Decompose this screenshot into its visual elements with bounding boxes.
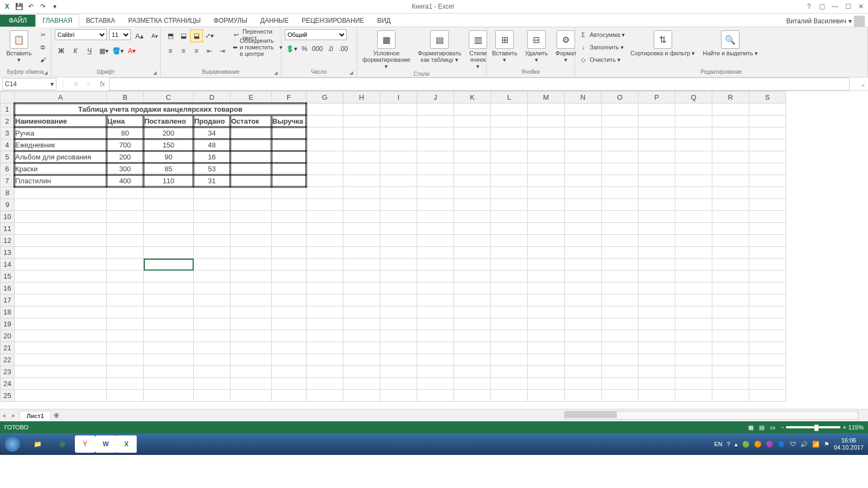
cell-F5[interactable] — [272, 151, 307, 163]
cell-D23[interactable] — [194, 366, 231, 378]
cell-J4[interactable] — [417, 139, 454, 151]
cell-F15[interactable] — [272, 271, 307, 282]
cell-A9[interactable] — [15, 199, 107, 211]
cell-C2[interactable]: Поставлено — [144, 115, 194, 127]
cell-K21[interactable] — [454, 342, 491, 354]
cell-A17[interactable] — [15, 294, 107, 306]
cell-P24[interactable] — [639, 378, 675, 390]
cell-P21[interactable] — [639, 342, 675, 354]
cell-S11[interactable] — [749, 223, 786, 235]
cell-C19[interactable] — [144, 318, 194, 330]
cell-S17[interactable] — [749, 294, 786, 306]
tray-icon[interactable]: 🟢 — [742, 441, 750, 448]
cell-B4[interactable]: 700 — [107, 139, 144, 151]
cell-O20[interactable] — [602, 330, 639, 342]
cell-I5[interactable] — [380, 151, 417, 163]
cell-N18[interactable] — [565, 306, 602, 318]
merge-center-button[interactable]: ⬌Объединить и поместить в центре ▾ — [232, 42, 283, 53]
cell-E6[interactable] — [231, 163, 272, 175]
align-left-button[interactable]: ≡ — [164, 44, 177, 57]
cell-G5[interactable] — [307, 151, 343, 163]
cell-M23[interactable] — [528, 366, 565, 378]
col-header-K[interactable]: K — [454, 92, 491, 104]
cell-I20[interactable] — [380, 330, 417, 342]
col-header-N[interactable]: N — [565, 92, 602, 104]
cell-J15[interactable] — [417, 271, 454, 282]
cell-G23[interactable] — [307, 366, 343, 378]
taskbar-excel[interactable]: X — [116, 435, 137, 453]
cell-F14[interactable] — [272, 259, 307, 271]
cell-E12[interactable] — [231, 235, 272, 247]
cell-F8[interactable] — [272, 187, 307, 199]
cell-O16[interactable] — [602, 282, 639, 294]
cell-D17[interactable] — [194, 294, 231, 306]
cell-F11[interactable] — [272, 223, 307, 235]
cell-E2[interactable]: Остаток — [231, 115, 272, 127]
cell-I19[interactable] — [380, 318, 417, 330]
cell-G7[interactable] — [307, 175, 343, 187]
cell-K13[interactable] — [454, 247, 491, 259]
cell-P16[interactable] — [639, 282, 675, 294]
cell-D25[interactable] — [194, 390, 231, 402]
cell-A24[interactable] — [15, 378, 107, 390]
copy-button[interactable]: ⧉ — [38, 42, 48, 53]
cell-J18[interactable] — [417, 306, 454, 318]
cell-B12[interactable] — [107, 235, 144, 247]
cell-A11[interactable] — [15, 223, 107, 235]
cell-A25[interactable] — [15, 390, 107, 402]
cell-S12[interactable] — [749, 235, 786, 247]
cell-G15[interactable] — [307, 271, 343, 282]
cell-K3[interactable] — [454, 127, 491, 139]
cell-M18[interactable] — [528, 306, 565, 318]
cell-C14[interactable] — [144, 259, 194, 271]
cell-N20[interactable] — [565, 330, 602, 342]
cell-I10[interactable] — [380, 211, 417, 223]
cut-button[interactable]: ✂ — [38, 29, 48, 40]
cell-O5[interactable] — [602, 151, 639, 163]
tray-arrow-icon[interactable]: ▴ — [735, 441, 738, 448]
align-right-button[interactable]: ≡ — [190, 44, 203, 57]
cell-K8[interactable] — [454, 187, 491, 199]
cell-P15[interactable] — [639, 271, 675, 282]
row-header-19[interactable]: 19 — [1, 318, 15, 330]
comma-button[interactable]: 000 — [311, 42, 324, 55]
cell-N11[interactable] — [565, 223, 602, 235]
cell-R22[interactable] — [712, 354, 749, 366]
cell-S7[interactable] — [749, 175, 786, 187]
cell-O11[interactable] — [602, 223, 639, 235]
row-header-13[interactable]: 13 — [1, 247, 15, 259]
cell-M2[interactable] — [528, 115, 565, 127]
cell-H9[interactable] — [343, 199, 380, 211]
cell-B17[interactable] — [107, 294, 144, 306]
cell-K7[interactable] — [454, 175, 491, 187]
cell-E25[interactable] — [231, 390, 272, 402]
border-button[interactable]: ▦▾ — [97, 44, 110, 57]
cell-O18[interactable] — [602, 306, 639, 318]
cell-R1[interactable] — [712, 104, 749, 115]
cell-S24[interactable] — [749, 378, 786, 390]
row-header-12[interactable]: 12 — [1, 235, 15, 247]
font-shrink-button[interactable]: A▾ — [148, 29, 161, 42]
cell-D11[interactable] — [194, 223, 231, 235]
cell-S16[interactable] — [749, 282, 786, 294]
cell-J14[interactable] — [417, 259, 454, 271]
cell-H12[interactable] — [343, 235, 380, 247]
cell-B22[interactable] — [107, 354, 144, 366]
account-name[interactable]: Виталий Василевич — [786, 17, 846, 25]
cell-H6[interactable] — [343, 163, 380, 175]
font-color-button[interactable]: A▾ — [125, 44, 138, 57]
cell-R11[interactable] — [712, 223, 749, 235]
cell-S8[interactable] — [749, 187, 786, 199]
cell-B21[interactable] — [107, 342, 144, 354]
cell-P6[interactable] — [639, 163, 675, 175]
cell-F9[interactable] — [272, 199, 307, 211]
cell-J22[interactable] — [417, 354, 454, 366]
cell-I7[interactable] — [380, 175, 417, 187]
tray-clock[interactable]: 16:06 04.10.2017 — [834, 437, 864, 451]
formulabar-expand[interactable]: ⌄ — [858, 80, 868, 88]
cell-F22[interactable] — [272, 354, 307, 366]
cell-N24[interactable] — [565, 378, 602, 390]
sheet-nav-next[interactable]: ▸ — [8, 412, 20, 419]
currency-button[interactable]: 💲▾ — [285, 42, 298, 55]
row-header-3[interactable]: 3 — [1, 127, 15, 139]
